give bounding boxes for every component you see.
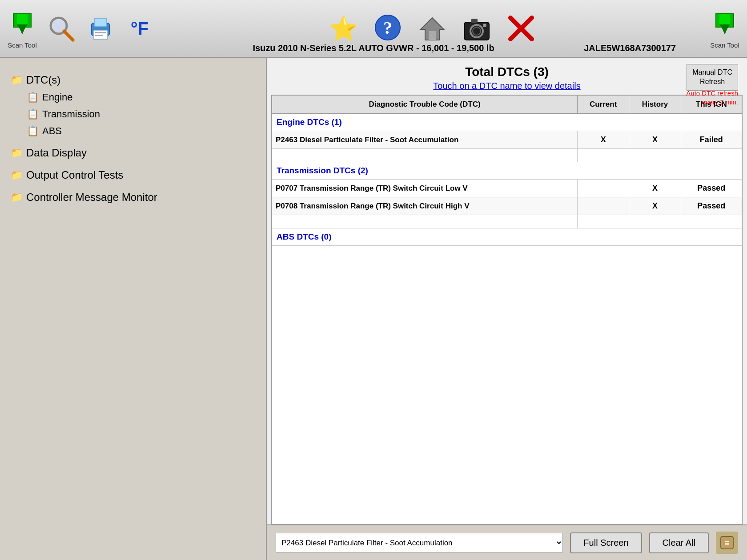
svg-rect-7: [94, 19, 107, 27]
dtc-code-p0708: P0708 Transmission Range (TR) Switch Cir…: [272, 197, 578, 215]
toolbar: Scan Tool: [0, 0, 747, 58]
svg-rect-10: [95, 35, 103, 36]
download-right-icon: [709, 8, 741, 40]
svg-marker-24: [719, 24, 730, 32]
home-tool[interactable]: [414, 11, 450, 46]
camera-icon: [461, 12, 493, 44]
dtc-history-p0708: X: [629, 197, 681, 215]
sidebar-label-abs: ABS: [42, 125, 62, 137]
svg-rect-18: [471, 19, 478, 23]
table-row[interactable]: P0708 Transmission Range (TR) Switch Cir…: [272, 197, 742, 215]
dtc-thisign-p0707: Passed: [681, 180, 742, 197]
empty-row-transmission: [272, 215, 742, 228]
sidebar: 📁 DTC(s) 📋 Engine 📋 Transmission 📋 ABS 📁…: [0, 58, 267, 560]
full-screen-button[interactable]: Full Screen: [570, 532, 642, 553]
auto-refresh-text: Auto DTC refreshevery 2 min.: [686, 89, 738, 106]
sidebar-item-engine[interactable]: 📋 Engine: [9, 89, 257, 106]
temp-tool[interactable]: °F: [122, 11, 157, 46]
vehicle-info: Isuzu 2010 N-Series 5.2L AUTO GVWR - 16,…: [253, 43, 494, 53]
right-panel: Total DTCs (3) Touch on a DTC name to vi…: [267, 58, 747, 560]
sidebar-label-output-control: Output Control Tests: [26, 169, 123, 181]
col-current-header: Current: [578, 96, 629, 114]
svg-text:≡: ≡: [724, 538, 730, 548]
sidebar-item-dtc[interactable]: 📁 DTC(s): [9, 71, 257, 89]
scan-tool-right[interactable]: Scan Tool: [707, 7, 743, 51]
camera-tool[interactable]: [459, 11, 494, 46]
engine-section-header: Engine DTCs (1): [272, 114, 742, 131]
close-tool[interactable]: [503, 11, 539, 46]
folder-icon-dtc: 📁: [11, 74, 23, 86]
table-row[interactable]: P0707 Transmission Range (TR) Switch Cir…: [272, 180, 742, 197]
abs-section-header: ABS DTCs (0): [272, 228, 742, 246]
toolbar-center: ⭐ ?: [157, 11, 707, 46]
scan-tool-right-label: Scan Tool: [710, 41, 739, 49]
folder-icon-controller: 📁: [11, 192, 23, 203]
sidebar-item-output-control[interactable]: 📁 Output Control Tests: [9, 166, 257, 184]
dtc-current-p2463: X: [578, 131, 629, 149]
svg-line-4: [64, 31, 73, 40]
close-icon: [505, 12, 537, 44]
toolbar-right: Scan Tool: [707, 7, 743, 51]
help-icon: ?: [372, 12, 404, 44]
scan-tool-left-label: Scan Tool: [8, 41, 37, 49]
sidebar-item-data-display[interactable]: 📁 Data Display: [9, 144, 257, 162]
folder-icon-output: 📁: [11, 169, 23, 181]
dtc-subtitle[interactable]: Touch on a DTC name to view details: [276, 81, 738, 91]
search-icon: [45, 12, 77, 44]
svg-marker-2: [17, 24, 28, 32]
vin-info: JALE5W168A7300177: [584, 43, 676, 53]
help-tool[interactable]: ?: [370, 11, 406, 46]
sidebar-label-dtc: DTC(s): [26, 74, 60, 86]
download-left-icon: [6, 8, 38, 40]
transmission-section-label: Transmission DTCs (2): [272, 162, 742, 180]
doc-icon-transmission: 📋: [27, 108, 39, 120]
svg-rect-1: [17, 14, 28, 24]
dtc-current-p0708: [578, 197, 629, 215]
sidebar-item-transmission[interactable]: 📋 Transmission: [9, 106, 257, 123]
dtc-history-p0707: X: [629, 180, 681, 197]
dtc-history-p2463: X: [629, 131, 681, 149]
svg-rect-14: [429, 31, 436, 40]
col-history-header: History: [629, 96, 681, 114]
bottom-bar: P2463 Diesel Particulate Filter - Soot A…: [267, 524, 747, 560]
sidebar-label-transmission: Transmission: [42, 108, 100, 120]
folder-icon-data: 📁: [11, 147, 23, 159]
manual-dtc-button[interactable]: Manual DTCRefresh: [687, 64, 738, 91]
favorites-tool[interactable]: ⭐: [325, 11, 361, 46]
dtc-select[interactable]: P2463 Diesel Particulate Filter - Soot A…: [276, 533, 563, 552]
sidebar-item-controller-message[interactable]: 📁 Controller Message Monitor: [9, 188, 257, 206]
temp-icon: °F: [124, 12, 156, 44]
dtc-header: Total DTCs (3) Touch on a DTC name to vi…: [267, 58, 747, 95]
svg-rect-23: [719, 14, 730, 24]
empty-row-engine: [272, 149, 742, 162]
scroll-icon[interactable]: ≡: [716, 532, 738, 554]
dtc-thisign-p0708: Passed: [681, 197, 742, 215]
print-icon: [84, 12, 116, 44]
scan-tool-left[interactable]: Scan Tool: [4, 7, 40, 51]
dtc-thisign-p2463: Failed: [681, 131, 742, 149]
dtc-table-container: Diagnostic Trouble Code (DTC) Current Hi…: [271, 95, 743, 524]
sidebar-label-data-display: Data Display: [26, 147, 87, 159]
abs-section-label: ABS DTCs (0): [272, 228, 742, 246]
search-tool[interactable]: [44, 11, 79, 46]
dtc-current-p0707: [578, 180, 629, 197]
dtc-title: Total DTCs (3): [276, 65, 738, 79]
sidebar-label-controller-message: Controller Message Monitor: [26, 191, 157, 204]
dtc-code-p2463: P2463 Diesel Particulate Filter - Soot A…: [272, 131, 578, 149]
toolbar-left: Scan Tool: [4, 7, 157, 51]
svg-text:?: ?: [383, 18, 392, 38]
svg-point-5: [52, 20, 65, 32]
transmission-section-header: Transmission DTCs (2): [272, 162, 742, 180]
svg-point-19: [483, 24, 486, 27]
sidebar-item-abs[interactable]: 📋 ABS: [9, 123, 257, 140]
doc-icon-abs: 📋: [27, 125, 39, 137]
table-row[interactable]: P2463 Diesel Particulate Filter - Soot A…: [272, 131, 742, 149]
engine-section-label: Engine DTCs (1): [272, 114, 742, 131]
print-tool[interactable]: [83, 11, 118, 46]
sidebar-label-engine: Engine: [42, 92, 73, 103]
svg-rect-9: [95, 32, 106, 33]
clear-all-button[interactable]: Clear All: [649, 532, 709, 553]
dtc-table: Diagnostic Trouble Code (DTC) Current Hi…: [272, 95, 742, 246]
home-icon: [416, 12, 448, 44]
dtc-code-p0707: P0707 Transmission Range (TR) Switch Cir…: [272, 180, 578, 197]
